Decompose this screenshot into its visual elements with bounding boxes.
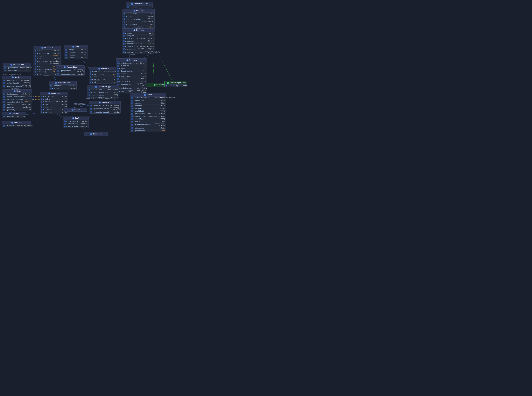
box-userlist: ● UserList [84,132,108,136]
title-scope: Scope [74,109,80,111]
title-consent: Consent [136,10,144,12]
title-scoring: Scoring [14,122,22,124]
label-metadata-ref: metadata [43,75,50,77]
box-goal: ● Goal ⬡◆campaignIdString ⬡◆startEventCo… [63,116,89,128]
icon-consent: ● [133,10,136,12]
icon-rule: ● [14,90,16,92]
label-consents: * consents [135,28,143,29]
box-actiontype: ● ActionType ⬡◆parametersList<Parameter>… [3,63,31,72]
icon-conditiontype: ● [95,86,97,88]
icon-consentstatus: ● [131,3,133,5]
title-timestampeditem: TimestampedItem [170,82,186,84]
box-conditiontype: ● ConditionType ⬡◆parametersList<Paramet… [87,85,119,99]
label-profile-bottom: profile [129,54,135,56]
box-segment: ● Segment ⬡◆conditionCondition [2,112,26,118]
icon-persona: ● [153,84,156,86]
title-goal: Goal [75,117,79,119]
icon-metadataitem: ● [55,82,57,84]
icon-profile: ● [133,29,136,31]
title-userlist: UserList [93,133,102,135]
label-condition-1: 1 condition [85,98,94,100]
title-actiontype: ActionType [13,64,24,66]
box-consentstatus: ● ConsentStatus ⬡ ◆ status [126,2,153,8]
box-parameter: ● Parameter ⬡◆choiceListInitializerFilte… [89,67,120,84]
icon-session: ● [126,59,129,61]
title-consentstatus: ConsentStatus [134,3,148,5]
label-1session: 1 session [127,89,135,91]
icon-actiontype: ● [10,64,12,66]
box-event: ● Event ⬡◆actionPostExecutorsList<Action… [130,93,166,132]
box-condition: ● Condition ⬡◆conditionTypeConditionType… [89,101,121,114]
icon-scope: ● [71,109,74,111]
title-customitem: CustomItem [67,66,77,68]
box-action: ● Action ⬡◆actionTypeActionType ⬡◆action… [2,76,31,88]
icon-metadata: ● [41,47,44,49]
title-metadata: Metadata [44,47,53,49]
label-parameters: 1 parameters [91,79,102,81]
title-metadataitem: MetadataItem [58,82,70,84]
box-metadataitem: ● MetadataItem ⬡◆metadataMetadata ⬡◆scop… [49,81,77,90]
box-item: ● Item ⬡◆scopeString ⬡◆itemTypeString ⬡◆… [64,45,87,59]
icon-parameter: ● [98,68,100,70]
box-session: ● Session ⬡◆originEventIdsList<String> ⬡… [116,58,147,93]
box-customitem: ● CustomItem ⬡◆propertiesMap<String, Obj… [56,65,85,76]
box-rule: ● Rule ⬡◆linkedItemsList<String> ⬡◆raise… [2,89,32,111]
icon-goal: ● [72,117,74,119]
box-consent: ● Consent ⬡◆statusDateDate ⬡◆scopeString… [123,9,155,29]
title-persona: Persona [157,84,164,86]
title-conditiontype: ConditionType [98,86,112,88]
label-1-actions: 1 actions [12,88,20,90]
svg-line-13 [153,52,154,84]
icon-item: ● [72,46,74,48]
title-campaign: Campaign [51,93,60,94]
label-source: source [91,71,96,73]
icon-userlist: ● [90,133,92,135]
icon-customitem: ● [64,66,66,68]
label-condtype: 1 conditionType [99,98,112,100]
diagram-canvas: 1 1 status * consents profile source pro… [0,0,187,139]
label-1-actiontype: 1 actionType [3,74,14,76]
icon-scoring: ● [11,122,13,124]
title-rule: Rule [17,90,21,92]
title-item: Item [75,46,79,48]
label-entry-cond: entryCondition [74,103,86,105]
svg-line-14 [158,52,173,82]
box-scope: ● Scope [64,108,87,112]
badge-cs-status: ⬡ [127,6,129,8]
title-event: Event [147,94,152,96]
title-profile: Profile [136,29,144,31]
title-session: Session [129,59,137,61]
box-profile: ● Profile ⬡◆scopeString ⬡◆mergedWithStri… [122,29,155,54]
title-condition: Condition [102,101,111,104]
icon-event: ● [144,94,146,96]
box-timestampeditem: ● TimestampedItem ⬡◆timeStampDate [164,81,187,87]
icon-timestampeditem: ● [167,82,169,84]
title-segment: Segment [12,112,19,115]
label-profile-ref: profile 1 [151,51,159,53]
title-parameter: Parameter [101,68,111,70]
row-cs-status: ⬡ ◆ status [126,6,153,8]
icon-condition: ● [99,101,101,104]
box-scoring: ● Scoring ⬡◆elementsList<ScoringElement> [2,121,31,127]
icon-campaign: ● [48,93,50,94]
icon-segment: ● [9,112,11,115]
icon-action: ● [12,76,14,78]
title-action: Action [15,76,21,78]
